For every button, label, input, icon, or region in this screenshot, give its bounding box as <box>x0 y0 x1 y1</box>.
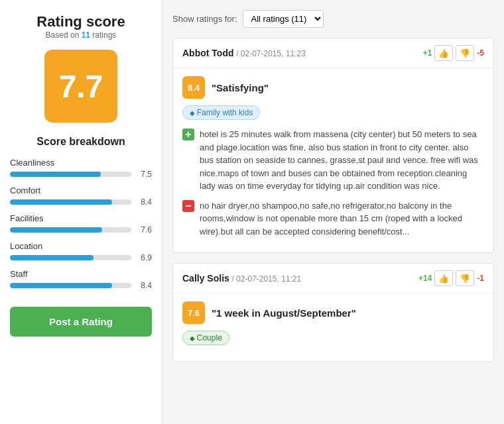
breakdown-label: Comfort <box>10 186 152 195</box>
thumbs-down-button[interactable]: 👎 <box>456 45 474 61</box>
subtitle-suffix: ratings <box>90 30 116 40</box>
breakdown-bar-row: 6.9 <box>10 253 152 262</box>
breakdown-item: Location 6.9 <box>10 241 152 262</box>
post-rating-button[interactable]: Post a Rating <box>10 307 152 337</box>
mini-score-badge: 8.4 <box>182 76 205 99</box>
reviewer-info: Abbot Todd / 02-07-2015, 11:23 <box>182 48 306 58</box>
breakdown-bar-fill <box>10 199 112 205</box>
thumbs-down-button[interactable]: 👎 <box>456 270 474 286</box>
vote-row: +14 👍 👎 -1 <box>418 270 484 286</box>
breakdown-bar-bg <box>10 172 131 177</box>
left-panel: Rating score Based on 11 ratings 7.7 Sco… <box>0 0 162 424</box>
breakdown-value: 6.9 <box>135 253 152 262</box>
breakdown-list: Cleanliness 7.5 Comfort 8.4 Facilities 7… <box>10 158 152 290</box>
mini-score-badge: 7.6 <box>182 301 205 324</box>
breakdown-value: 8.4 <box>135 281 152 290</box>
rating-title: Rating score <box>10 13 152 30</box>
review-pros: + hotel is 25 minutes walk from massena … <box>182 128 484 193</box>
review-body: 7.6 "1 week in August/September" Couple <box>173 293 493 361</box>
breakdown-label: Staff <box>10 269 152 279</box>
review-title-row: 7.6 "1 week in August/September" <box>182 301 484 324</box>
breakdown-bar-fill <box>10 227 102 233</box>
breakdown-item: Cleanliness 7.5 <box>10 158 152 179</box>
thumbs-up-button[interactable]: 👍 <box>434 45 453 61</box>
review-header: Cally Solis / 02-07-2015, 11:21 +14 👍 👎 … <box>173 264 493 293</box>
reviewer-tag: Couple <box>182 331 229 345</box>
reviewer-date: / 02-07-2015, 11:21 <box>231 274 301 284</box>
vote-count-positive: +14 <box>418 274 432 283</box>
vote-count-negative: -1 <box>477 274 484 283</box>
reviewer-date: / 02-07-2015, 11:23 <box>236 49 306 58</box>
vote-row: +1 👍 👎 -5 <box>423 45 484 61</box>
breakdown-item: Facilities 7.6 <box>10 213 152 235</box>
review-quote: "Satisfying" <box>212 82 269 93</box>
review-quote: "1 week in August/September" <box>212 307 356 319</box>
vote-count-negative: -5 <box>477 48 484 58</box>
tag-row: Couple <box>182 331 484 345</box>
filter-bar: Show ratings for: All ratings (11) <box>172 10 494 28</box>
breakdown-item: Staff 8.4 <box>10 269 152 290</box>
filter-select[interactable]: All ratings (11) <box>243 10 324 28</box>
breakdown-item: Comfort 8.4 <box>10 186 152 207</box>
score-breakdown-title: Score breakdown <box>10 136 152 148</box>
cons-text: no hair dryer,no shampoo,no safe,no refr… <box>200 199 484 238</box>
breakdown-bar-bg <box>10 227 131 233</box>
review-body: 8.4 "Satisfying" Family with kids + hote… <box>173 68 493 252</box>
reviewer-info: Cally Solis / 02-07-2015, 11:21 <box>182 273 301 284</box>
breakdown-bar-row: 8.4 <box>10 281 152 290</box>
breakdown-bar-fill <box>10 172 101 177</box>
breakdown-bar-bg <box>10 199 131 205</box>
breakdown-bar-row: 8.4 <box>10 197 152 207</box>
minus-icon: − <box>182 200 194 212</box>
review-card: Cally Solis / 02-07-2015, 11:21 +14 👍 👎 … <box>172 263 494 362</box>
review-cons: − no hair dryer,no shampoo,no safe,no re… <box>182 199 484 238</box>
right-panel: Show ratings for: All ratings (11) Abbot… <box>162 0 504 424</box>
breakdown-label: Location <box>10 241 152 251</box>
vote-count-positive: +1 <box>423 48 432 58</box>
breakdown-label: Facilities <box>10 213 152 223</box>
tag-row: Family with kids <box>182 105 484 120</box>
breakdown-value: 7.6 <box>135 225 152 235</box>
breakdown-bar-bg <box>10 255 131 260</box>
breakdown-value: 7.5 <box>135 170 152 179</box>
breakdown-label: Cleanliness <box>10 158 152 168</box>
breakdown-bar-fill <box>10 283 112 288</box>
subtitle-prefix: Based on <box>46 30 82 40</box>
breakdown-bar-row: 7.5 <box>10 170 152 179</box>
pros-text: hotel is 25 minutes walk from massena (c… <box>200 128 484 193</box>
breakdown-bar-fill <box>10 255 94 260</box>
breakdown-bar-bg <box>10 283 131 288</box>
reviews-list: Abbot Todd / 02-07-2015, 11:23 +1 👍 👎 -5… <box>172 38 494 362</box>
reviewer-name: Cally Solis <box>182 273 229 284</box>
reviewer-tag: Family with kids <box>182 105 260 120</box>
subtitle-count: 11 <box>82 30 90 40</box>
breakdown-value: 8.4 <box>135 197 152 207</box>
breakdown-bar-row: 7.6 <box>10 225 152 235</box>
review-card: Abbot Todd / 02-07-2015, 11:23 +1 👍 👎 -5… <box>172 38 494 253</box>
main-score-badge: 7.7 <box>44 50 117 123</box>
filter-label: Show ratings for: <box>172 14 237 24</box>
plus-icon: + <box>182 129 194 140</box>
review-header: Abbot Todd / 02-07-2015, 11:23 +1 👍 👎 -5 <box>173 38 493 68</box>
main-score-number: 7.7 <box>59 68 103 105</box>
thumbs-up-button[interactable]: 👍 <box>434 270 453 286</box>
reviewer-name: Abbot Todd <box>182 48 234 58</box>
rating-subtitle: Based on 11 ratings <box>10 30 152 40</box>
review-title-row: 8.4 "Satisfying" <box>182 76 484 99</box>
